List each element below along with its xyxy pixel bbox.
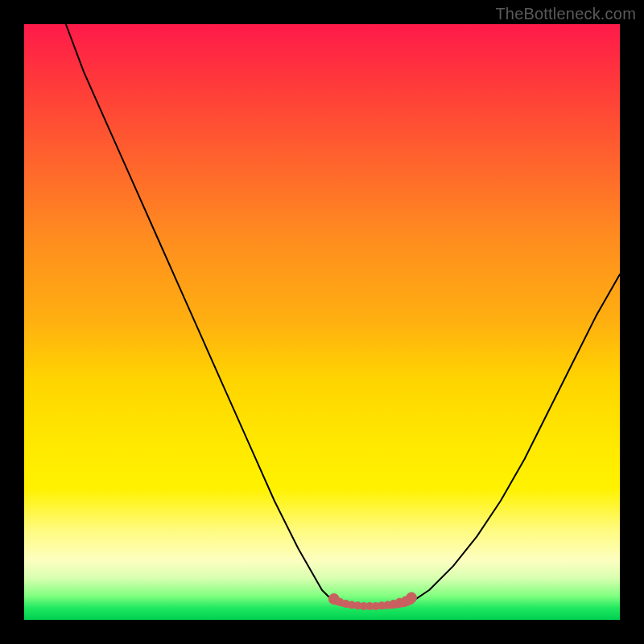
marker-endpoint [406,592,417,604]
series-left-curve [66,24,334,602]
plot-area [24,24,620,620]
watermark-text: TheBottleneck.com [495,5,636,23]
marker-endpoint [328,593,340,605]
marker-group [328,592,417,610]
chart-container: TheBottleneck.com [0,0,644,644]
curve-group [66,24,620,607]
series-right-curve [411,275,620,602]
chart-svg [24,24,620,620]
